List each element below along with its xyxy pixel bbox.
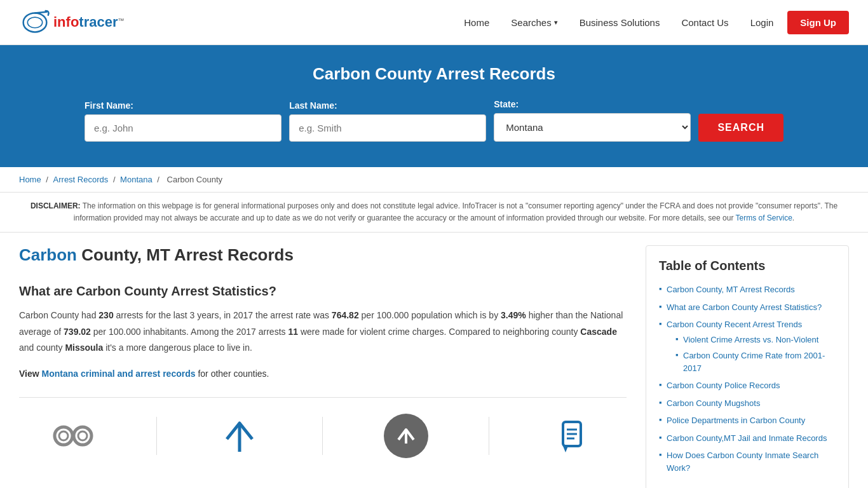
para1-part7: and county bbox=[19, 342, 65, 353]
para1-cascade: Cascade bbox=[580, 327, 617, 337]
nav-business-solutions[interactable]: Business Solutions bbox=[572, 13, 668, 32]
view-link-line: View Montana criminal and arrest records… bbox=[19, 366, 627, 382]
toc-sub-3: Violent Crime Arrests vs. Non-Violent Ca… bbox=[667, 334, 836, 375]
toc-item-7: Carbon County,MT Jail and Inmate Records bbox=[659, 432, 836, 445]
toc-item-3: Carbon County Recent Arrest Trends Viole… bbox=[659, 318, 836, 374]
search-form: First Name: Last Name: State: Montana Al… bbox=[85, 99, 783, 142]
breadcrumb-sep3: / bbox=[157, 175, 161, 184]
tos-link[interactable]: Terms of Service bbox=[736, 214, 792, 222]
main-content: Carbon County, MT Arrest Records What ar… bbox=[0, 233, 868, 488]
disclaimer-label: DISCLAIMER: bbox=[31, 201, 81, 210]
toc-sub-link-3-1[interactable]: Violent Crime Arrests vs. Non-Violent bbox=[683, 335, 818, 344]
para1-missoula: Missoula bbox=[65, 342, 103, 353]
para1-part1: Carbon County had bbox=[19, 310, 98, 320]
toc-title: Table of Contents bbox=[659, 259, 836, 273]
view-link[interactable]: Montana criminal and arrest records bbox=[42, 369, 196, 379]
arrow-up-icon bbox=[224, 417, 255, 455]
toc-sub-item-3-1: Violent Crime Arrests vs. Non-Violent bbox=[675, 334, 836, 346]
view-suffix: for other counties. bbox=[196, 369, 269, 379]
icon-arrow-up bbox=[214, 410, 265, 461]
state-select[interactable]: Montana Alabama Alaska Arizona Arkansas … bbox=[494, 113, 691, 142]
svg-marker-12 bbox=[563, 446, 568, 452]
article-title-rest: County, MT Arrest Records bbox=[77, 245, 294, 264]
para1-part5: per 100.000 inhabitants. Among the 2017 … bbox=[91, 327, 288, 337]
logo-icon bbox=[19, 6, 51, 38]
svg-point-6 bbox=[59, 431, 68, 440]
toc-sub-link-3-2[interactable]: Carbon County Crime Rate from 2001-2017 bbox=[683, 351, 825, 373]
para1-part8: it's a more dangerous place to live in. bbox=[103, 342, 252, 353]
breadcrumb-arrest-records[interactable]: Arrest Records bbox=[53, 175, 109, 184]
header: infotracer™ Home Searches ▾ Business Sol… bbox=[0, 0, 868, 45]
svg-point-4 bbox=[74, 427, 92, 445]
icon-circle-gray bbox=[381, 410, 431, 461]
handcuffs-icon bbox=[51, 414, 95, 458]
toc-link-3[interactable]: Carbon County Recent Arrest Trends bbox=[667, 320, 802, 329]
hero-section: Carbon County Arrest Records First Name:… bbox=[0, 45, 868, 167]
toc-item-8: How Does Carbon County Inmate Search Wor… bbox=[659, 449, 836, 474]
para1-violent: 11 bbox=[288, 327, 298, 337]
view-prefix: View bbox=[19, 369, 42, 379]
para1-rate: 764.82 bbox=[332, 310, 359, 320]
first-name-input[interactable] bbox=[85, 114, 281, 142]
toc-link-8[interactable]: How Does Carbon County Inmate Search Wor… bbox=[667, 451, 818, 473]
toc-link-1[interactable]: Carbon County, MT Arrest Records bbox=[667, 285, 795, 294]
svg-point-3 bbox=[55, 427, 72, 445]
toc-item-6: Police Departments in Carbon County bbox=[659, 414, 836, 427]
breadcrumb: Home / Arrest Records / Montana / Carbon… bbox=[0, 167, 868, 193]
first-name-label: First Name: bbox=[85, 100, 281, 111]
main-nav: Home Searches ▾ Business Solutions Conta… bbox=[456, 11, 849, 34]
state-group: State: Montana Alabama Alaska Arizona Ar… bbox=[494, 99, 691, 142]
para1-national: 739.02 bbox=[64, 327, 91, 337]
toc-sub-item-3-2: Carbon County Crime Rate from 2001-2017 bbox=[675, 349, 836, 374]
svg-point-1 bbox=[27, 17, 42, 28]
last-name-group: Last Name: bbox=[289, 100, 486, 142]
toc-item-4: Carbon County Police Records bbox=[659, 379, 836, 392]
icon-pencil bbox=[547, 410, 598, 461]
nav-searches[interactable]: Searches ▾ bbox=[503, 13, 565, 32]
toc-link-4[interactable]: Carbon County Police Records bbox=[667, 381, 780, 390]
icon-divider-2 bbox=[322, 417, 323, 455]
pencil-icon bbox=[557, 419, 588, 454]
login-link[interactable]: Login bbox=[743, 13, 782, 32]
circle-icon bbox=[384, 414, 428, 458]
svg-point-0 bbox=[24, 13, 47, 32]
logo-tm: ™ bbox=[118, 17, 124, 24]
breadcrumb-sep1: / bbox=[46, 175, 50, 184]
breadcrumb-sep2: / bbox=[113, 175, 118, 184]
toc-box: Table of Contents Carbon County, MT Arre… bbox=[646, 245, 849, 488]
toc-link-7[interactable]: Carbon County,MT Jail and Inmate Records bbox=[667, 433, 827, 443]
para1-higher: 3.49% bbox=[501, 310, 526, 320]
breadcrumb-home[interactable]: Home bbox=[19, 175, 41, 184]
state-label: State: bbox=[494, 99, 691, 109]
para1-arrests: 230 bbox=[98, 310, 113, 320]
nav-searches-label: Searches bbox=[511, 17, 551, 28]
toc-item-2: What are Carbon County Arrest Statistics… bbox=[659, 301, 836, 314]
para1-part2: arrests for the last 3 years, in 2017 th… bbox=[114, 310, 332, 320]
content-left: Carbon County, MT Arrest Records What ar… bbox=[19, 245, 646, 488]
article-title-highlight: Carbon bbox=[19, 245, 77, 264]
section1-heading: What are Carbon County Arrest Statistics… bbox=[19, 284, 627, 299]
toc-link-5[interactable]: Carbon County Mugshots bbox=[667, 398, 760, 408]
para1-part6: were made for violent crime charges. Com… bbox=[298, 327, 580, 337]
search-button[interactable]: SEARCH bbox=[698, 114, 783, 142]
article-paragraph1: Carbon County had 230 arrests for the la… bbox=[19, 308, 627, 356]
icon-divider-1 bbox=[156, 417, 157, 455]
toc-list: Carbon County, MT Arrest Records What ar… bbox=[659, 283, 836, 474]
toc-item-1: Carbon County, MT Arrest Records bbox=[659, 283, 836, 296]
logo-info: info bbox=[53, 14, 79, 30]
toc-item-5: Carbon County Mugshots bbox=[659, 397, 836, 410]
article-title: Carbon County, MT Arrest Records bbox=[19, 245, 627, 271]
toc-link-2[interactable]: What are Carbon County Arrest Statistics… bbox=[667, 302, 822, 312]
breadcrumb-carbon-county: Carbon County bbox=[167, 175, 222, 184]
toc-link-6[interactable]: Police Departments in Carbon County bbox=[667, 416, 805, 425]
icon-divider-3 bbox=[489, 417, 489, 455]
last-name-label: Last Name: bbox=[289, 100, 486, 111]
last-name-input[interactable] bbox=[289, 114, 486, 142]
signup-button[interactable]: Sign Up bbox=[787, 11, 849, 34]
nav-home[interactable]: Home bbox=[456, 13, 497, 32]
icon-handcuffs bbox=[48, 410, 98, 461]
logo: infotracer™ bbox=[19, 6, 124, 38]
breadcrumb-montana[interactable]: Montana bbox=[120, 175, 153, 184]
nav-contact-us[interactable]: Contact Us bbox=[674, 13, 736, 32]
icons-row bbox=[19, 397, 627, 461]
